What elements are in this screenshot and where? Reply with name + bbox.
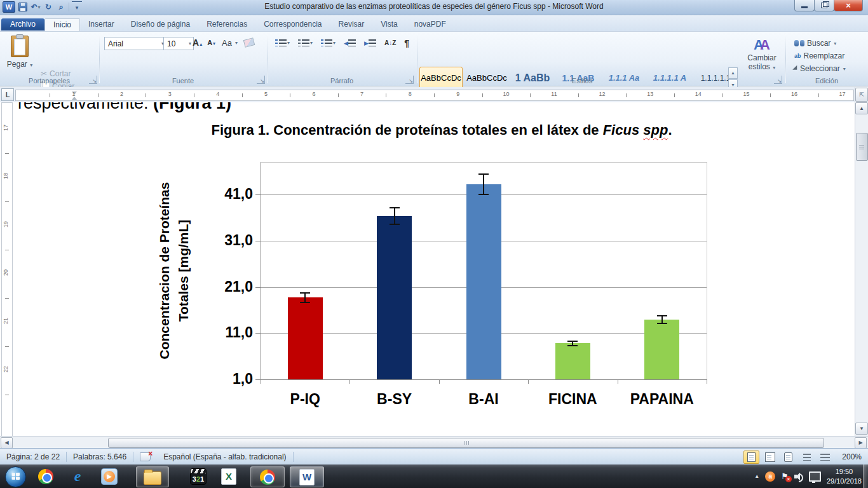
ruler-number: 5 [264,91,268,97]
binoculars-icon [794,40,804,46]
show-paragraph-marks-button[interactable]: ¶ [402,37,411,49]
taskbar-mpc-icon[interactable]: 321 [186,466,211,486]
change-case-button[interactable]: Aa▾ [220,36,239,49]
paste-dropdown-icon[interactable]: ▾ [30,62,32,68]
vertical-scroll-thumb[interactable] [856,133,868,161]
document-text-line[interactable]: respectivamente. (Figura 1) [18,102,231,113]
tab-revisar[interactable]: Revisar [330,18,373,30]
tab-referencias[interactable]: Referencias [198,18,255,30]
paste-clipboard-icon [11,36,29,57]
tab-selector[interactable]: L [1,88,14,101]
ruler-number: 14 [695,91,702,97]
scroll-right-icon[interactable]: ▶ [855,437,867,449]
ruler-number: 1 [72,91,75,97]
zoom-level[interactable]: 200% [842,452,862,461]
sort-button[interactable]: A↓Z [383,37,398,49]
fullscreen-reading-view-button[interactable] [762,451,778,464]
select-button[interactable]: Seleccionar▾ [793,62,847,75]
close-button[interactable]: × [834,0,863,11]
tab-dise-o-de-p-gina[interactable]: Diseño de página [123,18,198,30]
tray-expand-icon[interactable]: ▲ [754,473,759,479]
horizontal-scroll-thumb[interactable] [108,438,824,448]
taskbar-chrome-running-button[interactable] [250,466,285,487]
ruler-tick [626,93,627,97]
outline-view-button[interactable] [799,451,815,464]
bullet-list-button[interactable]: ▾ [273,37,292,49]
vertical-scrollbar[interactable]: ⇱ ▲ ▼ [855,87,868,436]
replace-icon: ab [794,53,801,59]
replace-button[interactable]: abReemplazar [793,50,847,62]
print-layout-view-button[interactable] [743,451,759,464]
numbered-list-icon [302,39,309,46]
tab-novapdf[interactable]: novaPDF [406,18,454,30]
draft-view-button[interactable] [817,451,833,464]
clear-formatting-button[interactable] [243,37,255,48]
scroll-down-icon[interactable]: ▼ [855,423,868,435]
y-tick-label: 21,0 [189,278,253,295]
avast-icon[interactable]: a [765,471,775,482]
clipboard-dialog-launcher[interactable]: ↘ [89,76,97,84]
tab-inicio[interactable]: Inicio [44,18,80,31]
font-name-combo[interactable]: Arial▾ [104,37,166,50]
find-button[interactable]: Buscar▾ [793,37,847,50]
taskbar-wmp-icon[interactable]: ▶ [97,466,122,486]
minimize-button[interactable] [794,0,815,11]
taskbar-word-active-button[interactable]: W [290,466,324,487]
tab-archivo[interactable]: Archivo [1,18,44,30]
web-layout-view-button[interactable] [780,451,796,464]
minimize-icon [801,6,808,8]
grow-font-button[interactable]: A▴ [193,37,202,48]
close-icon: × [846,1,851,10]
media-player-icon: ▶ [101,468,118,485]
styles-dialog-launcher[interactable]: ↘ [774,76,782,84]
y-axis-tick [255,241,261,241]
show-desktop-button[interactable] [863,464,868,488]
tab-insertar[interactable]: Insertar [80,18,123,30]
scroll-left-icon[interactable]: ◀ [1,437,13,449]
draft-icon [820,454,830,461]
paste-button[interactable]: Pegar ▾ [5,36,34,81]
x-category-label: B-SY [350,391,439,408]
tab-vista[interactable]: Vista [372,18,405,30]
figure-caption[interactable]: Figura 1. Concentración de proteínas tot… [38,122,845,139]
excel-icon: X [221,468,236,485]
increase-indent-button[interactable]: ▶ [362,37,378,49]
shrink-font-button[interactable]: A▾ [207,39,215,46]
taskbar-ie-icon[interactable]: e [65,466,90,486]
taskbar-clock[interactable]: 19:50 29/10/2018 [827,467,862,486]
action-center-flag-icon[interactable]: ⚑ [781,471,789,481]
scroll-up-icon[interactable]: ▲ [855,102,868,114]
font-dialog-launcher[interactable]: ↘ [257,76,265,84]
ruler-tick [5,250,9,250]
restore-button[interactable] [814,0,834,11]
font-group-label: Fuente [99,77,267,85]
taskbar-excel-icon[interactable]: X [216,466,241,486]
ruler-number: 15 [743,91,749,97]
decrease-indent-button[interactable]: ◀ [342,37,358,49]
language-indicator[interactable]: Español (España - alfab. tradicional) [157,451,292,463]
word-count[interactable]: Palabras: 5.646 [67,451,133,463]
volume-icon[interactable] [794,473,803,480]
taskbar-explorer-button[interactable] [136,466,169,487]
paragraph-dialog-launcher[interactable]: ↘ [405,76,414,84]
change-styles-button[interactable]: AA Cambiarestilos ▾ [742,37,782,72]
y-tick-label: 1,0 [189,370,253,388]
numbered-list-button[interactable]: ▾ [296,37,315,49]
horizontal-scrollbar[interactable]: ◀ ▶ [0,436,868,449]
chrome-icon [38,469,53,484]
network-icon[interactable] [809,471,821,482]
folder-icon [144,471,161,485]
ruler-toggle-button[interactable]: ⇱ [855,88,868,102]
taskbar-chrome-icon[interactable] [33,466,58,486]
font-size-combo[interactable]: 10▾ [163,37,194,50]
select-arrow-icon [792,65,799,72]
document-page[interactable]: 171819202122 respectivamente. (Figura 1)… [0,102,855,436]
group-separator [785,34,786,83]
multilevel-list-icon [325,39,332,46]
multilevel-list-button[interactable]: ▾ [319,37,337,49]
error-bar [304,293,306,302]
spellcheck-status[interactable] [133,451,157,463]
tab-correspondencia[interactable]: Correspondencia [255,18,330,30]
start-button[interactable] [5,466,26,487]
page-indicator[interactable]: Página: 2 de 22 [0,451,66,463]
